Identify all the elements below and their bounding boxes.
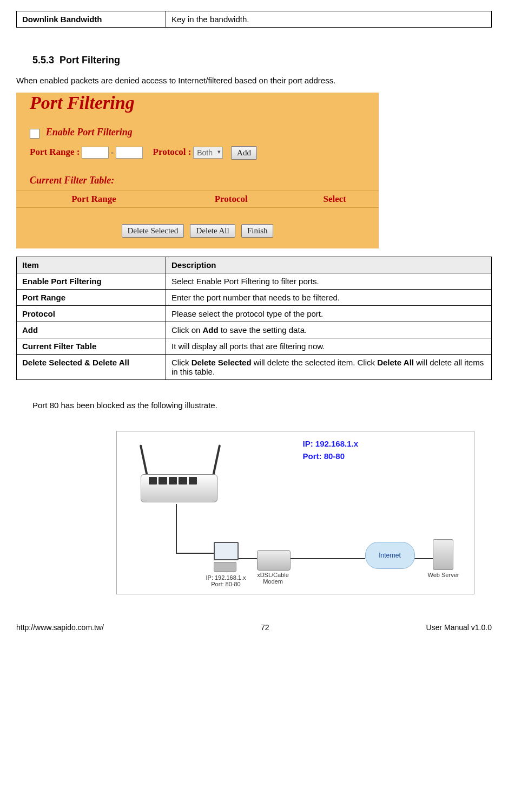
filter-th-protocol: Protocol — [171, 191, 291, 207]
top-item: Downlink Bandwidth — [17, 11, 166, 28]
server-caption: Web Server — [425, 572, 463, 578]
description-table: Item Description Enable Port Filtering S… — [16, 257, 492, 380]
intro-paragraph: When enabled packets are denied access t… — [16, 74, 492, 87]
diagram-annotation: IP: 192.168.1.x Port: 80-80 — [303, 439, 359, 461]
row-item: Enable Port Filtering — [17, 273, 166, 289]
router-icon — [124, 444, 233, 515]
row-desc: Select Enable Port Filtering to filter p… — [166, 273, 492, 289]
row-item: Delete Selected & Delete All — [17, 354, 166, 379]
ui-title: Port Filtering — [30, 93, 379, 113]
port-filtering-ui: Port Filtering Enable Port Filtering Por… — [16, 93, 379, 248]
add-button[interactable]: Add — [231, 146, 257, 160]
delete-selected-button[interactable]: Delete Selected — [122, 224, 184, 238]
page-footer: http://www.sapido.com.tw/ 72 User Manual… — [16, 623, 492, 632]
filter-th-port-range: Port Range — [16, 191, 171, 207]
row-desc: It will display all ports that are filte… — [166, 338, 492, 354]
row-item: Protocol — [17, 305, 166, 322]
port-range-start-input[interactable] — [82, 147, 109, 159]
enable-port-filtering-label: Enable Port Filtering — [46, 127, 133, 137]
footer-url[interactable]: http://www.sapido.com.tw/ — [16, 623, 104, 632]
section-heading: 5.5.3 Port Filtering — [32, 55, 492, 66]
section-title: Port Filtering — [60, 55, 120, 66]
line — [289, 558, 365, 559]
row-item: Current Filter Table — [17, 338, 166, 354]
modem-caption: xDSL/Cable Modem — [254, 572, 292, 585]
footer-page-number: 72 — [261, 623, 269, 632]
filter-th-select: Select — [291, 191, 379, 207]
footer-version: User Manual v1.0.0 — [426, 623, 492, 632]
line — [238, 558, 257, 559]
delete-all-button[interactable]: Delete All — [190, 224, 235, 238]
table-row: Protocol Please select the protocol type… — [17, 305, 492, 322]
finish-button[interactable]: Finish — [241, 224, 274, 238]
current-filter-table: Port Range Protocol Select — [16, 191, 379, 208]
web-server-icon — [433, 539, 453, 570]
annotation-ip: IP: 192.168.1.x — [303, 439, 359, 448]
table-row: Add Click on Add to save the setting dat… — [17, 322, 492, 338]
enable-port-filtering-checkbox[interactable] — [30, 129, 39, 139]
port-range-end-input[interactable] — [116, 147, 143, 159]
port-range-label: Port Range : — [30, 147, 80, 157]
current-filter-table-label: Current Filter Table: — [30, 175, 114, 186]
internet-cloud-icon: Internet — [365, 542, 415, 569]
protocol-select[interactable]: Both — [193, 147, 223, 159]
section-number: 5.5.3 — [32, 55, 54, 66]
row-desc: Click on Add to save the setting data. — [166, 322, 492, 338]
line — [414, 558, 433, 559]
table-row: Current Filter Table It will display all… — [17, 338, 492, 354]
blocked-note: Port 80 has been blocked as the followin… — [32, 399, 492, 412]
row-item: Port Range — [17, 289, 166, 305]
top-desc: Key in the bandwidth. — [166, 11, 492, 28]
pc-caption: IP: 192.168.1.x Port: 80-80 — [204, 574, 248, 587]
modem-icon — [257, 550, 291, 571]
line — [176, 504, 177, 553]
annotation-port: Port: 80-80 — [303, 451, 359, 461]
row-desc: Enter the port number that needs to be f… — [166, 289, 492, 305]
row-desc: Please select the protocol type of the p… — [166, 305, 492, 322]
pc-icon — [214, 542, 238, 572]
table-row: Port Range Enter the port number that ne… — [17, 289, 492, 305]
table-row: Enable Port Filtering Select Enable Port… — [17, 273, 492, 289]
top-param-table: Downlink Bandwidth Key in the bandwidth. — [16, 11, 492, 28]
network-diagram: IP: 192.168.1.x Port: 80-80 IP: 192.168.… — [65, 428, 444, 601]
line — [176, 553, 216, 554]
row-desc: Click Delete Selected will delete the se… — [166, 354, 492, 379]
row-item: Add — [17, 322, 166, 338]
desc-th-description: Description — [166, 257, 492, 273]
protocol-label: Protocol : — [153, 147, 192, 157]
table-row: Delete Selected & Delete All Click Delet… — [17, 354, 492, 379]
desc-th-item: Item — [17, 257, 166, 273]
